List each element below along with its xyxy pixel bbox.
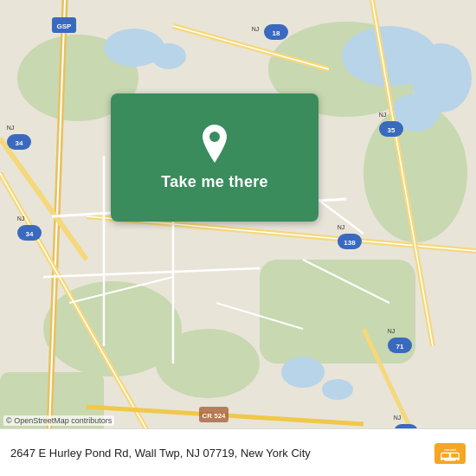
- svg-point-13: [281, 357, 325, 388]
- svg-text:138: 138: [344, 239, 356, 247]
- svg-point-6: [156, 329, 260, 398]
- svg-text:NJ: NJ: [338, 224, 345, 230]
- svg-text:34: 34: [26, 230, 34, 238]
- svg-point-63: [209, 132, 220, 142]
- svg-text:18: 18: [273, 29, 280, 37]
- svg-text:35: 35: [388, 126, 396, 134]
- svg-text:71: 71: [396, 343, 404, 351]
- moovit-icon: moovit: [434, 438, 466, 469]
- svg-text:NJ: NJ: [379, 112, 387, 118]
- svg-text:34: 34: [16, 139, 23, 147]
- svg-point-70: [455, 460, 458, 462]
- svg-text:GSP: GSP: [57, 23, 73, 30]
- svg-text:moovit: moovit: [444, 447, 456, 452]
- moovit-logo: moovit: [434, 438, 466, 469]
- svg-point-9: [151, 43, 186, 69]
- map-pin-icon: [199, 125, 230, 163]
- svg-text:NJ: NJ: [17, 215, 25, 222]
- address-text: 2647 E Hurley Pond Rd, Wall Twp, NJ 0771…: [10, 447, 426, 461]
- svg-rect-68: [451, 453, 458, 458]
- svg-point-14: [322, 379, 353, 400]
- svg-text:NJ: NJ: [7, 125, 15, 131]
- svg-text:CR 524: CR 524: [202, 412, 226, 420]
- svg-text:NJ: NJ: [388, 328, 396, 334]
- svg-text:NJ: NJ: [394, 415, 402, 421]
- svg-text:NJ: NJ: [252, 26, 260, 32]
- take-me-there-button[interactable]: Take me there: [111, 93, 318, 222]
- osm-attribution: © OpenStreetMap contributors: [3, 415, 114, 426]
- map-container: GSP 18 NJ 34 NJ 34 NJ 138 NJ 35 NJ 71 NJ…: [0, 0, 476, 476]
- svg-point-69: [442, 460, 445, 462]
- bottom-bar: 2647 E Hurley Pond Rd, Wall Twp, NJ 0771…: [0, 428, 476, 476]
- map-background: GSP 18 NJ 34 NJ 34 NJ 138 NJ 35 NJ 71 NJ…: [0, 0, 476, 476]
- svg-rect-67: [441, 453, 448, 458]
- take-me-there-label: Take me there: [161, 173, 268, 191]
